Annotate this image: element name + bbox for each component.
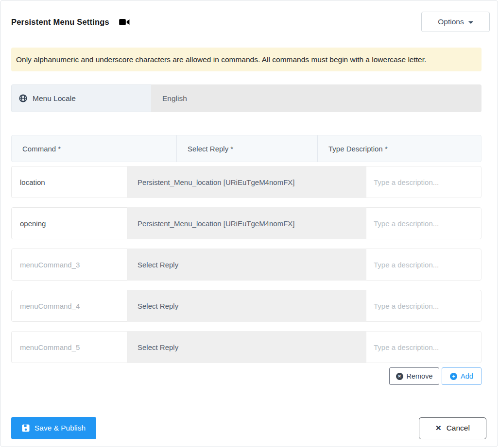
reply-select[interactable]: Persistent_Menu_location [URiEuTgeM4nomF… [127, 207, 366, 239]
cancel-label: Cancel [447, 424, 470, 432]
menu-locale-label-text: Menu Locale [33, 94, 76, 103]
description-input[interactable] [366, 249, 482, 281]
add-button-label: Add [461, 372, 473, 380]
options-button[interactable]: Options [421, 12, 490, 32]
column-header-command: Command * [12, 135, 176, 162]
floppy-disk-icon [22, 424, 30, 432]
command-row: Select Reply [11, 249, 482, 281]
command-input[interactable] [11, 331, 127, 363]
video-camera-icon [119, 18, 130, 26]
globe-icon [19, 94, 27, 102]
reply-select[interactable]: Persistent_Menu_location [URiEuTgeM4nomF… [127, 166, 366, 198]
reply-select[interactable]: Select Reply [127, 290, 366, 322]
options-button-label: Options [438, 17, 464, 26]
description-input[interactable] [366, 166, 482, 198]
add-row-button[interactable]: + Add [442, 367, 482, 385]
column-header-select-reply: Select Reply * [176, 135, 317, 162]
cancel-button[interactable]: ✕ Cancel [419, 417, 486, 439]
page-title: Persistent Menu Settings [11, 17, 109, 27]
reply-select-value: Select Reply [138, 343, 178, 351]
remove-row-button[interactable]: ✕ Remove [389, 367, 439, 385]
reply-select-value: Persistent_Menu_location [URiEuTgeM4nomF… [138, 219, 294, 228]
persistent-menu-settings-panel: Persistent Menu Settings Options Only al… [0, 0, 498, 447]
description-input[interactable] [366, 331, 482, 363]
circle-plus-icon: + [450, 373, 457, 380]
title-group: Persistent Menu Settings [11, 17, 130, 27]
command-row: Persistent_Menu_location [URiEuTgeM4nomF… [11, 166, 482, 198]
top-bar: Persistent Menu Settings Options [11, 12, 498, 32]
command-input[interactable] [11, 207, 127, 239]
reply-select-value: Select Reply [138, 302, 178, 310]
save-publish-label: Save & Publish [34, 424, 86, 432]
reply-select-value: Select Reply [138, 261, 178, 269]
chevron-down-icon [468, 21, 473, 24]
command-row: Select Reply [11, 290, 482, 322]
reply-select-value: Persistent_Menu_location [URiEuTgeM4nomF… [138, 178, 294, 186]
menu-locale-label: Menu Locale [11, 84, 151, 112]
commands-table-body: Persistent_Menu_location [URiEuTgeM4nomF… [11, 166, 498, 363]
reply-select[interactable]: Select Reply [127, 249, 366, 281]
x-icon: ✕ [435, 424, 442, 432]
reply-select[interactable]: Select Reply [127, 331, 366, 363]
save-publish-button[interactable]: Save & Publish [11, 417, 96, 439]
description-input[interactable] [366, 290, 482, 322]
command-row: Persistent_Menu_location [URiEuTgeM4nomF… [11, 207, 482, 239]
command-input[interactable] [11, 166, 127, 198]
footer-bar: Save & Publish ✕ Cancel [0, 417, 498, 439]
commands-table-header: Command * Select Reply * Type Descriptio… [11, 135, 482, 162]
command-rules-text: Only alphanumeric and underscore charact… [16, 55, 426, 64]
command-row: Select Reply [11, 331, 482, 363]
command-rules-banner: Only alphanumeric and underscore charact… [11, 48, 482, 71]
menu-locale-row: Menu Locale English [11, 84, 482, 112]
command-input[interactable] [11, 249, 127, 281]
row-actions: ✕ Remove + Add [11, 367, 482, 385]
remove-button-label: Remove [407, 372, 433, 380]
command-input[interactable] [11, 290, 127, 322]
column-header-type-description: Type Description * [317, 135, 481, 162]
menu-locale-value[interactable]: English [151, 84, 482, 112]
menu-locale-value-text: English [162, 94, 187, 103]
circle-x-icon: ✕ [396, 373, 403, 380]
description-input[interactable] [366, 207, 482, 239]
